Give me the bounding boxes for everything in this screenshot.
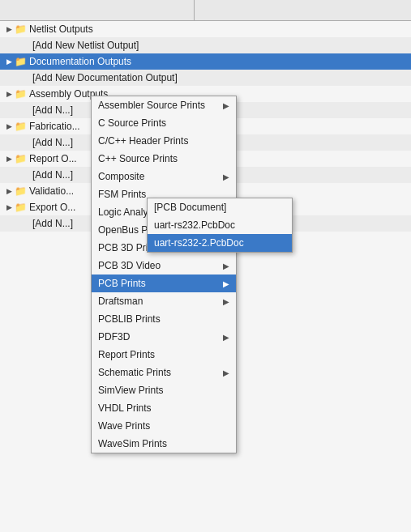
- context-menu: Assembler Source Prints▶C Source PrintsC…: [91, 96, 237, 453]
- context-menu-item[interactable]: C Source Prints: [92, 114, 236, 132]
- submenu-arrow-icon: ▶: [223, 368, 229, 377]
- context-menu-item[interactable]: Schematic Prints▶: [92, 364, 236, 381]
- context-menu-item[interactable]: PCB 3D Video▶: [92, 257, 236, 275]
- header-datasource: [195, 0, 354, 20]
- submenu-item[interactable]: [PCB Document]: [148, 198, 292, 216]
- menu-item-label: PCBLIB Prints: [98, 313, 229, 325]
- menu-item-label: VHDL Prints: [98, 402, 229, 414]
- menu-item-label: PCB 3D Video: [98, 260, 223, 271]
- folder-icon: 📁: [15, 185, 27, 197]
- folder-icon: 📁: [15, 202, 27, 213]
- context-menu-item[interactable]: C++ Source Prints: [92, 150, 236, 168]
- folder-icon: 📁: [15, 121, 27, 132]
- tree-label: [Add N...]: [32, 104, 73, 116]
- context-menu-item[interactable]: PCB Prints▶: [92, 275, 236, 292]
- menu-item-label: C Source Prints: [98, 117, 229, 129]
- context-menu-item[interactable]: Draftsman▶: [92, 292, 236, 310]
- submenu-item-label: [PCB Document]: [154, 202, 226, 213]
- expand-icon[interactable]: ▶: [6, 25, 12, 33]
- menu-item-label: C/C++ Header Prints: [98, 135, 229, 147]
- submenu-item-label: uart-rs232.PcbDoc: [154, 219, 235, 231]
- tree-label: Fabricatio...: [29, 121, 80, 132]
- tree-label: [Add N...]: [32, 169, 73, 181]
- context-menu-item[interactable]: WaveSim Prints: [92, 435, 236, 453]
- tree-item[interactable]: [Add New Netlist Output]: [0, 37, 411, 53]
- menu-item-label: WaveSim Prints: [98, 438, 229, 449]
- menu-item-label: C++ Source Prints: [98, 153, 229, 164]
- folder-icon: 📁: [15, 153, 27, 164]
- menu-item-label: SimView Prints: [98, 385, 229, 396]
- context-menu-item[interactable]: Assembler Source Prints▶: [92, 96, 236, 114]
- tree-label: Export O...: [29, 202, 75, 213]
- menu-item-label: Schematic Prints: [98, 367, 223, 378]
- submenu: [PCB Document]uart-rs232.PcbDocuart-rs23…: [147, 198, 293, 253]
- context-menu-item[interactable]: PDF3D▶: [92, 328, 236, 346]
- menu-item-label: Composite: [98, 171, 223, 182]
- tree-label: [Add New Documentation Output]: [32, 72, 178, 83]
- tree-item[interactable]: ▶📁Documentation Outputs: [0, 53, 411, 70]
- menu-item-label: Assembler Source Prints: [98, 100, 223, 111]
- expand-icon[interactable]: ▶: [6, 187, 12, 195]
- tree-label: [Add N...]: [32, 218, 73, 229]
- submenu-item-label: uart-rs232-2.PcbDoc: [154, 237, 244, 249]
- submenu-arrow-icon: ▶: [223, 172, 229, 181]
- submenu-arrow-icon: ▶: [223, 297, 229, 306]
- tree-label: Documentation Outputs: [29, 56, 131, 67]
- submenu-arrow-icon: ▶: [223, 101, 229, 110]
- submenu-item[interactable]: uart-rs232.PcbDoc: [148, 216, 292, 234]
- expand-icon[interactable]: ▶: [6, 57, 12, 66]
- tree-label: Report O...: [29, 153, 77, 164]
- header-output: [354, 0, 411, 20]
- tree-label: [Add New Netlist Output]: [32, 40, 139, 51]
- tree-item[interactable]: ▶📁Netlist Outputs: [0, 21, 411, 37]
- folder-icon: 📁: [15, 88, 27, 100]
- menu-item-label: Wave Prints: [98, 420, 229, 432]
- tree-label: Netlist Outputs: [29, 23, 93, 35]
- submenu-item[interactable]: uart-rs232-2.PcbDoc: [148, 234, 292, 252]
- tree-item[interactable]: [Add New Documentation Output]: [0, 70, 411, 86]
- menu-item-label: PCB Prints: [98, 278, 223, 289]
- submenu-arrow-icon: ▶: [223, 262, 229, 270]
- folder-icon: 📁: [15, 23, 27, 35]
- context-menu-item[interactable]: VHDL Prints: [92, 399, 236, 417]
- folder-icon: 📁: [15, 56, 27, 67]
- tree-label: [Add N...]: [32, 137, 73, 148]
- submenu-arrow-icon: ▶: [223, 333, 229, 342]
- header-row: [0, 0, 411, 21]
- context-menu-item[interactable]: C/C++ Header Prints: [92, 132, 236, 150]
- header-name: [0, 0, 195, 20]
- expand-icon[interactable]: ▶: [6, 122, 12, 130]
- context-menu-item[interactable]: Composite▶: [92, 168, 236, 185]
- context-menu-item[interactable]: PCBLIB Prints: [92, 310, 236, 328]
- menu-item-label: PDF3D: [98, 331, 223, 343]
- context-menu-item[interactable]: Wave Prints: [92, 417, 236, 435]
- submenu-arrow-icon: ▶: [223, 279, 229, 288]
- expand-icon[interactable]: ▶: [6, 155, 12, 163]
- menu-item-label: Draftsman: [98, 296, 223, 307]
- expand-icon[interactable]: ▶: [6, 203, 12, 211]
- expand-icon[interactable]: ▶: [6, 90, 12, 98]
- context-menu-item[interactable]: Report Prints: [92, 346, 236, 364]
- tree-label: Validatio...: [29, 185, 74, 197]
- context-menu-item[interactable]: SimView Prints: [92, 381, 236, 399]
- menu-item-label: Report Prints: [98, 349, 229, 360]
